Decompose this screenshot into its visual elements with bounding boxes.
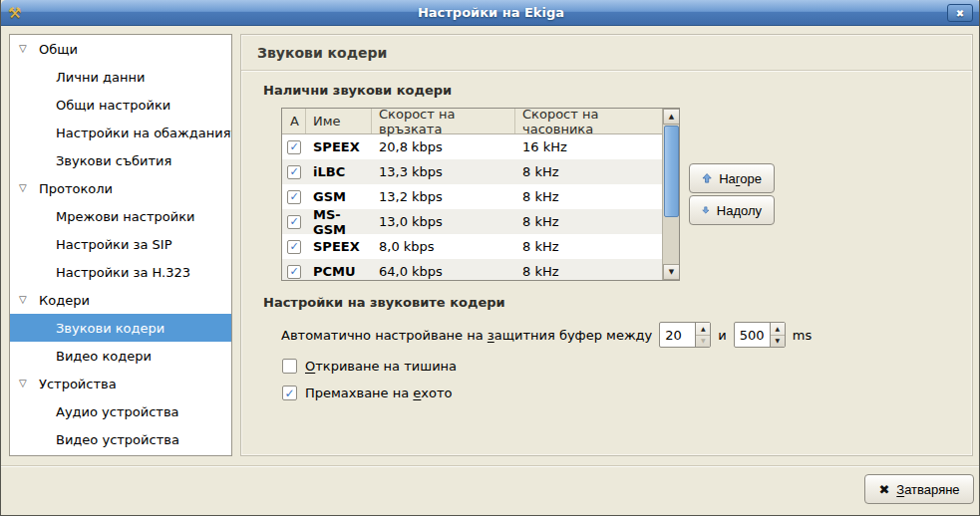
codec-enabled-checkbox[interactable]: ✓ bbox=[287, 190, 301, 204]
sidebar-item-label: Общи bbox=[39, 42, 78, 57]
move-down-label: Надолу bbox=[717, 203, 762, 218]
jitter-min-value[interactable]: 20 bbox=[660, 323, 695, 347]
jitter-max-spinner[interactable]: 500 ▲ ▼ bbox=[734, 322, 786, 348]
codec-enabled-checkbox[interactable]: ✓ bbox=[287, 215, 301, 229]
codec-clockrate: 8 kHz bbox=[515, 264, 662, 279]
sidebar-item-label: Аудио устройства bbox=[56, 404, 179, 419]
codec-bitrate: 64,0 kbps bbox=[372, 264, 515, 279]
echo-cancel-checkbox[interactable]: ✓ bbox=[282, 386, 297, 400]
table-row[interactable]: ✓ iLBC 13,3 kbps 8 kHz bbox=[282, 159, 662, 184]
sidebar-item-general-settings[interactable]: Общи настройки bbox=[10, 91, 231, 119]
table-row[interactable]: ✓ GSM 13,2 kbps 8 kHz bbox=[282, 184, 662, 209]
codec-clockrate: 8 kHz bbox=[515, 214, 662, 229]
sidebar-item-label: Звукови събития bbox=[56, 153, 171, 168]
codec-name: SPEEX bbox=[306, 239, 372, 254]
preferences-dialog: ⚒ Настройки на Ekiga ✖ ▽ Общи Лични данн… bbox=[0, 0, 980, 516]
expander-icon[interactable]: ▽ bbox=[19, 44, 32, 54]
spinner-steppers[interactable]: ▲ ▼ bbox=[695, 323, 710, 347]
sidebar-item-label: Кодери bbox=[39, 293, 90, 308]
echo-cancel-label: Премахване на ехото bbox=[305, 386, 453, 400]
sidebar-item-sound-events[interactable]: Звукови събития bbox=[10, 146, 231, 174]
table-row[interactable]: ✓ PCMU 64,0 kbps 8 kHz bbox=[282, 259, 662, 281]
codec-enabled-checkbox[interactable]: ✓ bbox=[287, 140, 301, 154]
spinner-steppers[interactable]: ▲ ▼ bbox=[770, 323, 785, 347]
codec-bitrate: 20,8 kbps bbox=[372, 139, 515, 154]
codec-clockrate: 16 kHz bbox=[515, 139, 662, 154]
sidebar-item-h323-settings[interactable]: Настройки за H.323 bbox=[10, 258, 231, 286]
sidebar-item-label: Звукови кодери bbox=[56, 321, 164, 336]
table-scrollbar[interactable]: ▲ ▼ bbox=[662, 109, 679, 280]
codec-clockrate: 8 kHz bbox=[515, 189, 662, 204]
table-row[interactable]: ✓ MS-GSM 13,0 kbps 8 kHz bbox=[282, 209, 662, 234]
section-available-codecs-title: Налични звукови кодери bbox=[263, 83, 452, 98]
sidebar-item-sip-settings[interactable]: Настройки за SIP bbox=[10, 230, 231, 258]
close-button-label: Затваряне bbox=[896, 482, 959, 497]
move-up-label: Нагоре bbox=[719, 171, 762, 186]
sidebar-item-label: Лични данни bbox=[56, 70, 145, 85]
table-row[interactable]: ✓ SPEEX 20,8 kbps 16 kHz bbox=[282, 134, 662, 159]
sidebar-group-devices[interactable]: ▽ Устройства bbox=[10, 370, 231, 397]
sidebar-item-audio-devices[interactable]: Аудио устройства bbox=[10, 397, 231, 425]
sidebar-item-call-options[interactable]: Настройки на обажданията bbox=[10, 119, 231, 146]
codec-name: MS-GSM bbox=[306, 207, 372, 237]
footer-separator bbox=[1, 465, 980, 467]
codec-enabled-checkbox[interactable]: ✓ bbox=[287, 240, 301, 254]
sidebar-item-label: Общи настройки bbox=[56, 98, 170, 113]
spin-down-icon[interactable]: ▼ bbox=[696, 336, 710, 348]
titlebar[interactable]: ⚒ Настройки на Ekiga ✖ bbox=[1, 0, 980, 26]
column-header-bitrate[interactable]: Скорост на връзката bbox=[372, 109, 515, 133]
sidebar-item-audio-codecs[interactable]: Звукови кодери bbox=[10, 314, 231, 342]
header-separator bbox=[241, 70, 972, 72]
sidebar-item-label: Видео кодери bbox=[56, 349, 152, 364]
window-title: Настройки на Ekiga bbox=[1, 5, 980, 20]
sidebar-item-label: Мрежови настройки bbox=[56, 209, 195, 224]
move-down-button[interactable]: Надолу bbox=[689, 195, 775, 225]
up-arrow-icon bbox=[702, 170, 712, 186]
expander-icon[interactable]: ▽ bbox=[19, 295, 32, 305]
jitter-min-spinner[interactable]: 20 ▲ ▼ bbox=[659, 322, 711, 348]
spin-down-icon[interactable]: ▼ bbox=[771, 336, 785, 348]
sidebar-group-codecs[interactable]: ▽ Кодери bbox=[10, 286, 231, 314]
jitter-max-value[interactable]: 500 bbox=[735, 323, 770, 347]
expander-icon[interactable]: ▽ bbox=[19, 183, 32, 193]
sidebar-item-video-devices[interactable]: Видео устройства bbox=[10, 425, 231, 453]
expander-icon[interactable]: ▽ bbox=[19, 379, 32, 388]
codec-clockrate: 8 kHz bbox=[515, 239, 662, 254]
jitter-buffer-label: Автоматично настройване на защитния буфе… bbox=[281, 328, 652, 343]
section-codec-settings-title: Настройки на звуковите кодери bbox=[263, 295, 505, 310]
sidebar-group-general[interactable]: ▽ Общи bbox=[10, 35, 231, 63]
sidebar-item-label: Настройки на обажданията bbox=[56, 126, 232, 140]
down-arrow-icon bbox=[702, 202, 710, 218]
codec-table-header: А Име Скорост на връзката Скорост на час… bbox=[282, 109, 679, 134]
scroll-down-icon[interactable]: ▼ bbox=[663, 264, 680, 280]
sidebar-item-video-codecs[interactable]: Видео кодери bbox=[10, 342, 231, 370]
column-header-clockrate[interactable]: Скорост на часовника bbox=[515, 109, 662, 133]
column-header-name[interactable]: Име bbox=[306, 109, 372, 133]
window-close-button[interactable]: ✖ bbox=[947, 4, 973, 22]
sidebar-item-label: Настройки за SIP bbox=[56, 237, 172, 252]
sidebar-item-personal-data[interactable]: Лични данни bbox=[10, 63, 231, 91]
codec-name: iLBC bbox=[306, 164, 372, 179]
codec-name: GSM bbox=[306, 189, 372, 204]
codec-bitrate: 13,3 kbps bbox=[372, 164, 515, 179]
sidebar-item-network-settings[interactable]: Мрежови настройки bbox=[10, 202, 231, 230]
table-row[interactable]: ✓ SPEEX 8,0 kbps 8 kHz bbox=[282, 234, 662, 259]
sidebar-item-label: Протоколи bbox=[39, 181, 113, 196]
silence-detection-option[interactable]: Откриване на тишина bbox=[282, 359, 457, 374]
codec-name: SPEEX bbox=[306, 139, 372, 154]
close-button[interactable]: ✖ Затваряне bbox=[864, 474, 974, 504]
codec-enabled-checkbox[interactable]: ✓ bbox=[287, 165, 301, 179]
scroll-up-icon[interactable]: ▲ bbox=[663, 109, 680, 125]
silence-detection-checkbox[interactable] bbox=[282, 359, 297, 374]
codec-bitrate: 13,0 kbps bbox=[372, 214, 515, 229]
spin-up-icon[interactable]: ▲ bbox=[771, 323, 785, 336]
codec-bitrate: 13,2 kbps bbox=[372, 189, 515, 204]
echo-cancel-option[interactable]: ✓ Премахване на ехото bbox=[282, 386, 453, 400]
column-header-active[interactable]: А bbox=[282, 109, 306, 133]
spin-up-icon[interactable]: ▲ bbox=[696, 323, 710, 336]
scrollbar-thumb[interactable] bbox=[664, 126, 679, 217]
sidebar-group-protocols[interactable]: ▽ Протоколи bbox=[10, 174, 231, 202]
audio-codecs-page: Звукови кодери Налични звукови кодери А … bbox=[240, 34, 973, 456]
move-up-button[interactable]: Нагоре bbox=[689, 163, 775, 193]
codec-enabled-checkbox[interactable]: ✓ bbox=[287, 265, 301, 279]
